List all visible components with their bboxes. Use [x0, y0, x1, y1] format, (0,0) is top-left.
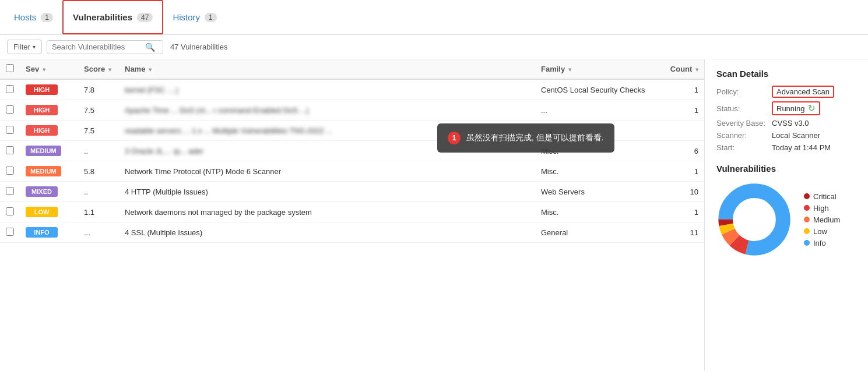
name-cell: Network Time Protocol (NTP) Mode 6 Scann… [119, 161, 535, 182]
medium-dot [804, 217, 810, 222]
row-checkbox[interactable] [6, 187, 14, 195]
severity-badge: HIGH [26, 105, 58, 115]
table-row[interactable]: MIXED..4 HTTP (Multiple Issues)Web Serve… [0, 182, 704, 202]
severity-badge: MEDIUM [26, 146, 61, 156]
header-score[interactable]: Score ▾ [78, 59, 119, 79]
header-count[interactable]: Count ▾ [663, 59, 704, 79]
main-layout: Sev ▾ Score ▾ Name ▾ Family ▾ Count ▾ HI… [0, 59, 868, 370]
legend-high: High [804, 204, 840, 213]
row-checkbox[interactable] [6, 207, 14, 215]
name-sort-icon: ▾ [149, 66, 152, 73]
tab-history-badge: 1 [205, 13, 217, 22]
severity-badge: INFO [26, 227, 58, 238]
vuln-chart-section: Vulnerabilities [716, 164, 856, 257]
score-cell: 7.5 [78, 100, 119, 121]
header-name[interactable]: Name ▾ [119, 59, 535, 79]
chart-legend: Critical High Medium Low [804, 192, 840, 247]
count-cell: 1 [663, 79, 704, 100]
row-checkbox[interactable] [6, 126, 14, 134]
status-text: Running [776, 104, 804, 113]
low-dot [804, 228, 810, 234]
tab-vulnerabilities-label: Vulnerabilities [73, 12, 132, 22]
info-label: Info [813, 239, 826, 247]
scanner-value: Local Scanner [772, 131, 820, 140]
header-checkbox-col[interactable] [0, 59, 20, 79]
start-label: Start: [716, 143, 772, 152]
scanner-label: Scanner: [716, 131, 772, 140]
severity-badge: HIGH [26, 125, 58, 136]
tooltip-number: 1 [448, 132, 461, 144]
status-value: Running ↻ [772, 101, 820, 115]
table-row[interactable]: MEDIUM5.8Network Time Protocol (NTP) Mod… [0, 161, 704, 182]
detail-policy: Policy: Advanced Scan [716, 86, 856, 98]
score-cell: 1.1 [78, 202, 119, 222]
count-cell: 1 [663, 100, 704, 121]
chevron-down-icon: ▾ [33, 44, 36, 50]
search-box: 🔍 [47, 40, 163, 54]
search-button[interactable]: 🔍 [145, 43, 155, 52]
header-sev[interactable]: Sev ▾ [20, 59, 78, 79]
score-cell: 7.5 [78, 121, 119, 141]
tab-hosts[interactable]: Hosts 1 [5, 0, 62, 34]
row-checkbox[interactable] [6, 105, 14, 114]
table-header-row: Sev ▾ Score ▾ Name ▾ Family ▾ Count ▾ [0, 59, 704, 79]
tab-hosts-badge: 1 [41, 13, 53, 22]
severity-badge: LOW [26, 207, 58, 217]
vuln-chart-title: Vulnerabilities [716, 164, 856, 174]
table-row[interactable]: HIGH7.5Apache Time ... DoS (nl... r comm… [0, 100, 704, 121]
tab-hosts-label: Hosts [14, 12, 36, 22]
score-cell: .. [78, 182, 119, 202]
severity-badge: HIGH [26, 84, 58, 95]
table-row[interactable]: INFO...4 SSL (Multiple Issues)General11 [0, 222, 704, 243]
tooltip-text: 虽然没有扫描完成, 但是可以提前看看. [466, 133, 604, 143]
name-cell: Apache Time ... DoS (nl... r command Ena… [119, 100, 535, 121]
filter-button[interactable]: Filter ▾ [7, 40, 42, 54]
name-cell: 4 HTTP (Multiple Issues) [119, 182, 535, 202]
status-label: Status: [716, 104, 772, 113]
score-cell: 7.8 [78, 79, 119, 100]
count-cell: 10 [663, 182, 704, 202]
filter-label: Filter [13, 43, 30, 51]
sev-sort-icon: ▾ [43, 66, 45, 73]
table-row[interactable]: HIGH7.8kernel (FSC ....)CentOS Local Sec… [0, 79, 704, 100]
svg-point-5 [735, 200, 774, 239]
start-value: Today at 1:44 PM [772, 143, 831, 152]
name-cell: Network daemons not managed by the packa… [119, 202, 535, 222]
tooltip-overlay: 1 虽然没有扫描完成, 但是可以提前看看. [437, 123, 614, 153]
family-sort-icon: ▾ [568, 66, 571, 73]
legend-low: Low [804, 227, 840, 236]
policy-value: Advanced Scan [772, 86, 834, 98]
severity-badge: MIXED [26, 186, 58, 197]
tab-history-label: History [173, 12, 200, 22]
policy-label: Policy: [716, 87, 772, 96]
donut-chart [716, 182, 792, 257]
toolbar: Filter ▾ 🔍 47 Vulnerabilities [0, 35, 868, 59]
high-dot [804, 205, 810, 211]
family-cell: Misc. [535, 161, 663, 182]
table-row[interactable]: LOW1.1Network daemons not managed by the… [0, 202, 704, 222]
spinner-icon: ↻ [808, 103, 816, 114]
legend-medium: Medium [804, 215, 840, 224]
vuln-count: 47 Vulnerabilities [170, 43, 228, 51]
name-cell: kernel (FSC ....) [119, 79, 535, 100]
row-checkbox[interactable] [6, 85, 14, 93]
row-checkbox[interactable] [6, 228, 14, 236]
table-section: Sev ▾ Score ▾ Name ▾ Family ▾ Count ▾ HI… [0, 59, 705, 370]
row-checkbox[interactable] [6, 167, 14, 175]
row-checkbox[interactable] [6, 146, 14, 154]
search-input[interactable] [52, 43, 145, 51]
detail-scanner: Scanner: Local Scanner [716, 131, 856, 140]
severity-base-value: CVSS v3.0 [772, 119, 809, 128]
score-cell: ... [78, 222, 119, 243]
select-all-checkbox[interactable] [6, 64, 14, 72]
high-label: High [813, 204, 829, 213]
legend-info: Info [804, 239, 840, 247]
tab-vulnerabilities[interactable]: Vulnerabilities 47 [62, 0, 163, 34]
count-sort-icon: ▾ [695, 66, 698, 73]
count-cell: 1 [663, 202, 704, 222]
count-cell: 1 [663, 161, 704, 182]
tab-history[interactable]: History 1 [163, 0, 226, 34]
header-family[interactable]: Family ▾ [535, 59, 663, 79]
critical-label: Critical [813, 192, 837, 201]
count-cell: 11 [663, 222, 704, 243]
